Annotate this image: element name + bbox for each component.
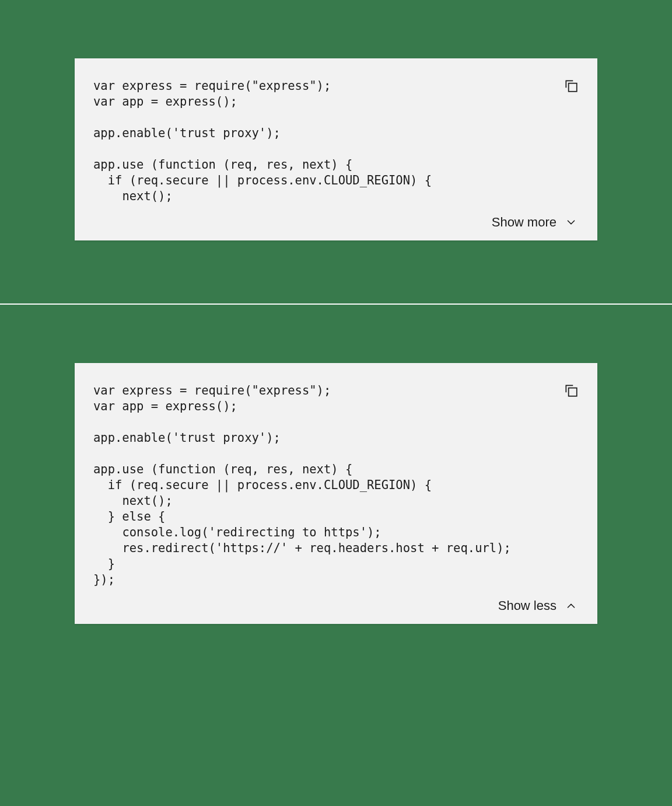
- code-content: var express = require("express"); var ap…: [93, 78, 579, 204]
- code-snippet-card: var express = require("express"); var ap…: [75, 363, 597, 624]
- show-less-toggle[interactable]: Show less: [93, 598, 579, 613]
- chevron-down-icon: [565, 216, 578, 229]
- code-snippet-card: var express = require("express"); var ap…: [75, 58, 597, 240]
- copy-icon: [564, 78, 579, 93]
- copy-icon: [564, 383, 579, 398]
- svg-rect-1: [569, 388, 577, 396]
- chevron-up-icon: [565, 599, 578, 612]
- svg-rect-0: [569, 83, 577, 92]
- toggle-label: Show less: [498, 598, 556, 613]
- copy-button[interactable]: [562, 77, 580, 95]
- panel-collapsed: var express = require("express"); var ap…: [0, 0, 672, 303]
- copy-button[interactable]: [562, 382, 580, 399]
- toggle-label: Show more: [492, 215, 556, 230]
- code-content: var express = require("express"); var ap…: [93, 383, 579, 588]
- panel-expanded: var express = require("express"); var ap…: [0, 305, 672, 741]
- show-more-toggle[interactable]: Show more: [93, 215, 579, 230]
